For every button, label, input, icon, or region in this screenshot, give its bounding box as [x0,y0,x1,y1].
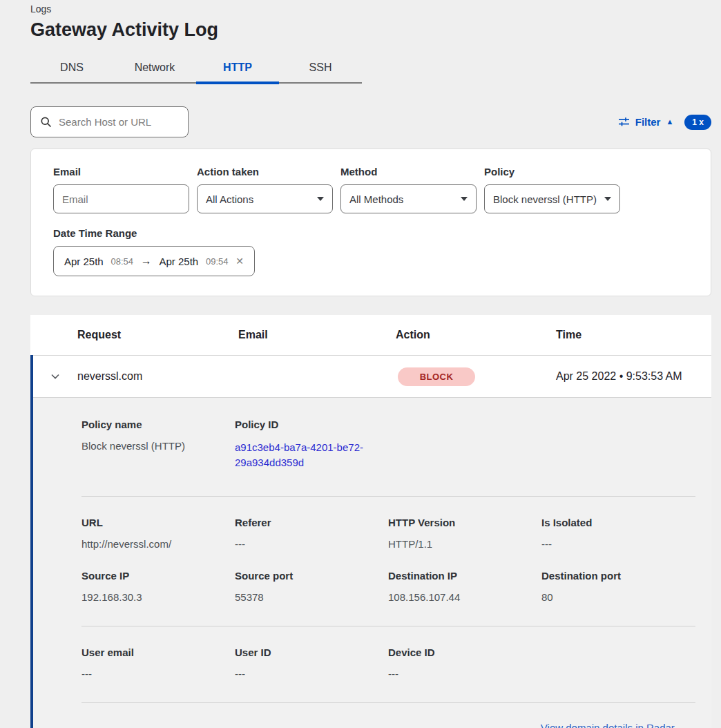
activity-log-table: Request Email Action Time neverssl.com B… [30,315,711,728]
policy-filter-label: Policy [484,166,620,178]
filter-count-badge[interactable]: 1 x [684,115,711,130]
filter-toggle[interactable]: Filter ▲ 1 x [618,115,711,130]
method-filter-select[interactable]: All Methods [340,184,477,213]
filter-field-email: Email [53,166,189,213]
radar-link[interactable]: View domain details in Radar → [541,722,688,728]
row-expand-toggle[interactable] [33,371,77,382]
table-row[interactable]: neverssl.com BLOCK Apr 25 2022 • 9:53:53… [33,355,711,397]
destination-port-field: Destination port 80 [541,570,695,603]
user-id-value: --- [235,668,388,680]
filter-field-method: Method All Methods [340,166,477,213]
column-header-email: Email [238,329,396,341]
url-field: URL http://neverssl.com/ [81,517,235,550]
end-time: 09:54 [206,256,229,267]
filter-field-policy: Policy Block neverssl (HTTP) [484,166,620,213]
destination-port-value: 80 [541,591,695,603]
date-range-picker[interactable]: Apr 25th 08:54 → Apr 25th 09:54 ✕ [53,246,255,276]
action-filter-label: Action taken [197,166,333,178]
start-time: 08:54 [110,256,133,267]
source-ip-value: 192.168.30.3 [81,591,235,603]
policy-section: Policy name Block neverssl (HTTP) Policy… [81,398,695,496]
page-title: Gateway Activity Log [30,19,711,41]
user-fields-row: User email --- User ID --- Device ID --- [81,626,695,702]
http-version-field: HTTP Version HTTP/1.1 [388,517,541,550]
tab-network[interactable]: Network [113,55,196,82]
is-isolated-value: --- [541,538,695,550]
user-email-value: --- [81,668,235,680]
filter-fields-row: Email Action taken All Actions Method Al… [53,166,690,213]
search-filter-row: Filter ▲ 1 x [30,106,711,137]
method-filter-label: Method [340,166,477,178]
tab-ssh[interactable]: SSH [279,55,362,82]
policy-id-field: Policy ID a91c3eb4-ba7a-4201-be72-29a934… [235,419,388,470]
policy-name-value: Block neverssl (HTTP) [81,440,235,452]
user-email-field: User email --- [81,646,235,680]
filter-panel: Email Action taken All Actions Method Al… [30,149,711,296]
referer-label: Referer [235,517,388,528]
row-action-cell: BLOCK [396,367,556,386]
row-request: neverssl.com [77,370,238,383]
row-time: Apr 25 2022 • 9:53:53 AM [556,370,711,383]
column-header-request: Request [77,329,238,341]
is-isolated-field: Is Isolated --- [541,517,695,550]
row-details-panel: Policy name Block neverssl (HTTP) Policy… [33,397,711,728]
caret-up-icon: ▲ [666,118,673,126]
policy-id-link[interactable]: a91c3eb4-ba7a-4201-be72-29a934dd359d [235,440,373,470]
policy-filter-select[interactable]: Block neverssl (HTTP) [484,184,620,213]
http-version-value: HTTP/1.1 [388,538,541,550]
tab-http[interactable]: HTTP [196,55,279,82]
filter-field-date-range: Date Time Range Apr 25th 08:54 → Apr 25t… [53,227,690,276]
destination-ip-field: Destination IP 108.156.107.44 [388,570,541,603]
tab-bar: DNS Network HTTP SSH [30,55,362,84]
action-filter-value: All Actions [206,193,253,205]
search-icon [40,116,52,128]
column-header-action: Action [396,329,556,341]
close-icon[interactable]: ✕ [235,256,244,267]
http-version-label: HTTP Version [388,517,541,528]
source-ip-label: Source IP [81,570,235,582]
caret-down-icon [461,197,468,201]
email-filter-input[interactable] [53,184,189,213]
breadcrumb[interactable]: Logs [30,0,711,15]
page-content: Logs Gateway Activity Log DNS Network HT… [0,0,721,728]
policy-filter-value: Block neverssl (HTTP) [493,193,597,205]
url-label: URL [81,517,235,528]
policy-id-label: Policy ID [235,419,388,430]
source-port-field: Source port 55378 [235,570,388,603]
user-id-field: User ID --- [235,646,388,680]
caret-down-icon [604,197,611,201]
expanded-row-group: neverssl.com BLOCK Apr 25 2022 • 9:53:53… [30,355,711,728]
user-email-label: User email [81,646,235,658]
user-id-label: User ID [235,646,388,658]
policy-name-field: Policy name Block neverssl (HTTP) [81,419,235,470]
action-filter-select[interactable]: All Actions [197,184,333,213]
arrow-right-icon: → [141,255,152,267]
source-port-value: 55378 [235,591,388,603]
tab-dns[interactable]: DNS [30,55,113,82]
url-value: http://neverssl.com/ [81,538,235,550]
filter-field-action: Action taken All Actions [197,166,333,213]
column-header-time: Time [556,329,711,341]
method-filter-value: All Methods [349,193,403,205]
email-filter-label: Email [53,166,189,178]
referer-value: --- [235,538,388,550]
referer-field: Referer --- [235,517,388,550]
status-badge: BLOCK [398,367,475,386]
chevron-down-icon [50,371,61,382]
device-id-value: --- [388,668,541,680]
destination-port-label: Destination port [541,570,695,582]
table-header: Request Email Action Time [30,315,711,355]
destination-ip-label: Destination IP [388,570,541,582]
destination-ip-value: 108.156.107.44 [388,591,541,603]
network-fields-row: Source IP 192.168.30.3 Source port 55378… [81,550,695,626]
device-id-field: Device ID --- [388,646,541,680]
http-fields-row: URL http://neverssl.com/ Referer --- HTT… [81,497,695,550]
caret-down-icon [317,197,324,201]
policy-name-label: Policy name [81,419,235,430]
source-ip-field: Source IP 192.168.30.3 [81,570,235,603]
radar-link-row: View domain details in Radar → [81,703,695,728]
filter-icon [618,116,630,128]
search-box[interactable] [30,106,189,137]
end-date: Apr 25th [159,256,198,267]
search-input[interactable] [59,116,179,128]
